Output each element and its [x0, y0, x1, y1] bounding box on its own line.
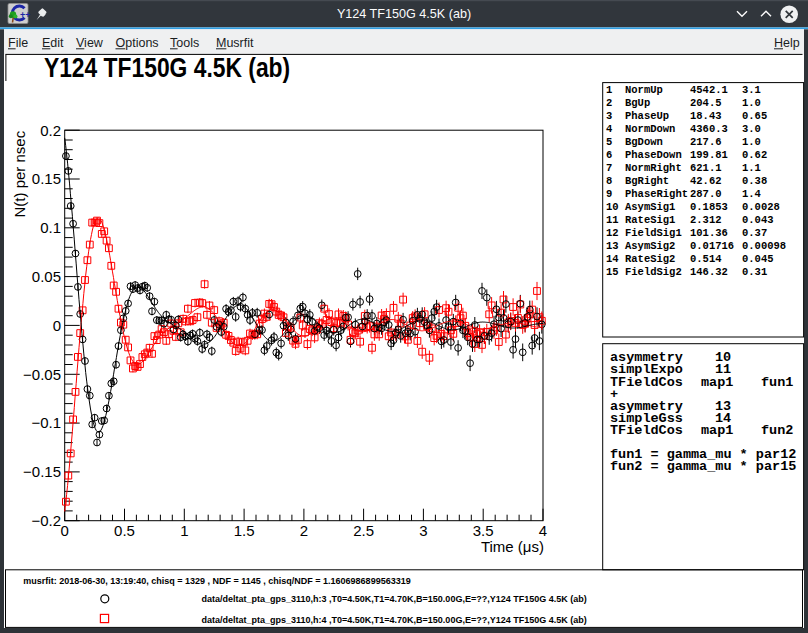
svg-text:0.62: 0.62 — [742, 149, 767, 161]
svg-text:1.0: 1.0 — [742, 97, 761, 109]
svg-text:0.01716: 0.01716 — [690, 240, 734, 252]
svg-text:3.0: 3.0 — [742, 123, 761, 135]
svg-text:0.05: 0.05 — [32, 268, 61, 285]
svg-text:18.43: 18.43 — [690, 110, 722, 122]
svg-text:5: 5 — [606, 136, 612, 148]
svg-text:File: File — [8, 36, 28, 50]
svg-text:FieldSig2: FieldSig2 — [625, 266, 682, 278]
svg-text:Y124 TF150G 4.5K (ab): Y124 TF150G 4.5K (ab) — [337, 7, 471, 21]
svg-text:Time (μs): Time (μs) — [481, 538, 544, 555]
svg-text:PhaseUp: PhaseUp — [625, 110, 669, 122]
svg-text:199.81: 199.81 — [690, 149, 728, 161]
svg-text:0.1853: 0.1853 — [690, 201, 728, 213]
svg-text:−0.2: −0.2 — [31, 512, 61, 529]
svg-text:15: 15 — [606, 266, 619, 278]
svg-text:AsymSig2: AsymSig2 — [625, 240, 675, 252]
svg-text:0.15: 0.15 — [32, 170, 61, 187]
svg-text:View: View — [76, 36, 104, 50]
svg-text:++: ++ — [20, 10, 31, 20]
svg-text:1.0: 1.0 — [742, 136, 761, 148]
svg-text:3: 3 — [419, 522, 427, 539]
svg-text:8: 8 — [606, 175, 612, 187]
svg-text:fun1: fun1 — [761, 375, 793, 390]
svg-text:3.5: 3.5 — [473, 522, 494, 539]
svg-text:0.38: 0.38 — [742, 175, 767, 187]
svg-text:1.4: 1.4 — [742, 188, 761, 200]
svg-text:PhaseRight: PhaseRight — [625, 188, 688, 200]
svg-text:0.31: 0.31 — [742, 266, 767, 278]
svg-text:BgRight: BgRight — [625, 175, 669, 187]
svg-text:4: 4 — [539, 522, 547, 539]
svg-text:0.00098: 0.00098 — [742, 240, 786, 252]
svg-text:BgDown: BgDown — [625, 136, 663, 148]
svg-text:NormUp: NormUp — [625, 84, 663, 96]
svg-text:0.37: 0.37 — [742, 227, 767, 239]
svg-text:4360.3: 4360.3 — [690, 123, 728, 135]
svg-text:1: 1 — [180, 522, 188, 539]
svg-text:14: 14 — [606, 253, 619, 265]
svg-text:RateSig2: RateSig2 — [625, 253, 675, 265]
svg-text:FieldSig1: FieldSig1 — [625, 227, 682, 239]
svg-text:146.32: 146.32 — [690, 266, 728, 278]
svg-text:6: 6 — [606, 149, 612, 161]
svg-text:217.6: 217.6 — [690, 136, 722, 148]
svg-text:7: 7 — [606, 162, 612, 174]
svg-text:12: 12 — [606, 227, 619, 239]
svg-text:9: 9 — [606, 188, 612, 200]
svg-text:621.1: 621.1 — [690, 162, 722, 174]
svg-text:0: 0 — [61, 522, 69, 539]
svg-text:204.5: 204.5 — [690, 97, 722, 109]
svg-text:287.0: 287.0 — [690, 188, 722, 200]
svg-text:−0.15: −0.15 — [23, 463, 61, 480]
svg-text:0.0028: 0.0028 — [742, 201, 780, 213]
svg-text:map1: map1 — [701, 423, 733, 438]
svg-text:0.1: 0.1 — [40, 219, 61, 236]
svg-text:4542.1: 4542.1 — [690, 84, 728, 96]
svg-text:−0.1: −0.1 — [31, 414, 61, 431]
svg-text:2.5: 2.5 — [353, 522, 374, 539]
svg-text:2.312: 2.312 — [690, 214, 722, 226]
svg-text:Edit: Edit — [42, 36, 64, 50]
svg-text:1.1: 1.1 — [742, 162, 761, 174]
svg-text:0.5: 0.5 — [114, 522, 135, 539]
svg-text:1.5: 1.5 — [234, 522, 255, 539]
svg-text:0.2: 0.2 — [40, 122, 61, 139]
svg-text:0.043: 0.043 — [742, 214, 774, 226]
svg-text:BgUp: BgUp — [625, 97, 650, 109]
svg-text:42.62: 42.62 — [690, 175, 722, 187]
svg-text:TFieldCos: TFieldCos — [610, 375, 683, 390]
svg-text:fun2: fun2 — [761, 423, 793, 438]
svg-text:3: 3 — [606, 110, 612, 122]
svg-text:PhaseDown: PhaseDown — [625, 149, 682, 161]
svg-text:fun2 = gamma_mu * par15: fun2 = gamma_mu * par15 — [610, 459, 796, 474]
svg-text:2: 2 — [606, 97, 612, 109]
svg-text:2: 2 — [300, 522, 308, 539]
svg-text:NormRight: NormRight — [625, 162, 682, 174]
svg-text:11: 11 — [606, 214, 619, 226]
svg-text:Options: Options — [116, 36, 159, 50]
svg-text:musrfit: 2018-06-30, 13:19:40,: musrfit: 2018-06-30, 13:19:40, chisq = 1… — [23, 576, 410, 586]
svg-text:NormDown: NormDown — [625, 123, 675, 135]
svg-text:Y124 TF150G 4.5K (ab): Y124 TF150G 4.5K (ab) — [44, 52, 290, 83]
svg-text:101.36: 101.36 — [690, 227, 728, 239]
svg-text:0.045: 0.045 — [742, 253, 774, 265]
svg-text:0.514: 0.514 — [690, 253, 722, 265]
svg-text:10: 10 — [606, 201, 619, 213]
svg-text:Tools: Tools — [170, 36, 199, 50]
svg-text:TFieldCos: TFieldCos — [610, 423, 683, 438]
svg-text:0: 0 — [53, 317, 61, 334]
svg-text:map1: map1 — [701, 375, 733, 390]
svg-text:4: 4 — [606, 123, 612, 135]
svg-text:−0.05: −0.05 — [23, 366, 61, 383]
svg-text:Help: Help — [774, 36, 800, 50]
svg-text:1: 1 — [606, 84, 612, 96]
svg-text:13: 13 — [606, 240, 619, 252]
svg-text:AsymSig1: AsymSig1 — [625, 201, 675, 213]
svg-text:N(t) per nsec: N(t) per nsec — [11, 130, 28, 217]
svg-text:data/deltat_pta_gps_3110,h:3 ,: data/deltat_pta_gps_3110,h:3 ,T0=4.50K,T… — [202, 594, 587, 604]
svg-text:RateSig1: RateSig1 — [625, 214, 675, 226]
svg-text:data/deltat_pta_gps_3110,h:4 ,: data/deltat_pta_gps_3110,h:4 ,T0=4.50K,T… — [202, 615, 587, 625]
svg-text:0.65: 0.65 — [742, 110, 767, 122]
svg-text:Musrfit: Musrfit — [216, 36, 254, 50]
svg-text:3.1: 3.1 — [742, 84, 761, 96]
